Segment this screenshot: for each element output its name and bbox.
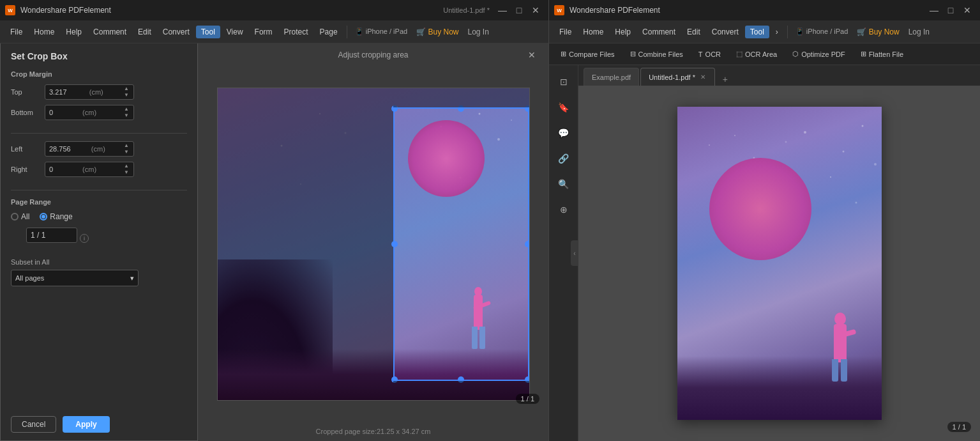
menu-file[interactable]: File bbox=[5, 26, 27, 38]
right-content: ⊡ 🔖 💬 🔗 🔍 ⊕ Example.pdf Untitled-1.pdf *… bbox=[549, 65, 980, 441]
bottom-spin[interactable]: ▲ ▼ bbox=[123, 106, 130, 119]
menu-comment[interactable]: Comment bbox=[88, 26, 132, 38]
subset-value: All pages bbox=[15, 274, 44, 282]
login-left[interactable]: Log In bbox=[464, 26, 493, 38]
combine-label: Combine Files bbox=[638, 50, 683, 58]
bottom-spin-down[interactable]: ▼ bbox=[123, 112, 130, 119]
combine-files-btn[interactable]: ⊟ Combine Files bbox=[624, 48, 690, 60]
login-right[interactable]: Log In bbox=[905, 26, 933, 38]
right-maximize-btn[interactable]: □ bbox=[943, 3, 958, 18]
subset-label: Subset in All bbox=[11, 258, 187, 266]
apply-button[interactable]: Apply bbox=[63, 416, 109, 433]
app-icon-right: W bbox=[554, 5, 564, 15]
right-menu-convert[interactable]: Convert bbox=[707, 26, 744, 38]
left-spin[interactable]: ▲ ▼ bbox=[123, 143, 130, 155]
top-label: Top bbox=[11, 88, 40, 96]
crop-handle-ml[interactable] bbox=[391, 241, 398, 247]
optimize-label: Optimize PDF bbox=[801, 50, 845, 58]
top-spin[interactable]: ▲ ▼ bbox=[123, 86, 130, 98]
ocr-area-btn[interactable]: ⬚ OCR Area bbox=[730, 48, 783, 60]
bottom-spin-up[interactable]: ▲ bbox=[123, 106, 130, 112]
right-spin-down[interactable]: ▼ bbox=[123, 169, 130, 176]
crop-handle-mr[interactable] bbox=[525, 241, 529, 247]
collapse-panels-btn[interactable]: ‹ bbox=[571, 240, 578, 266]
sidebar-search-icon-btn[interactable]: 🔍 bbox=[552, 173, 575, 196]
right-menu-comment[interactable]: Comment bbox=[637, 26, 681, 38]
flatten-icon: ⊞ bbox=[861, 50, 866, 58]
left-input[interactable]: 28.756 (cm) ▲ ▼ bbox=[45, 141, 134, 157]
tab-untitled[interactable]: Untitled-1.pdf * ✕ bbox=[640, 68, 715, 86]
tab-example-label: Example.pdf bbox=[592, 74, 631, 81]
right-input[interactable]: 0 (cm) ▲ ▼ bbox=[45, 162, 134, 177]
menu-edit[interactable]: Edit bbox=[133, 26, 156, 38]
buy-now-right[interactable]: 🛒 Buy Now bbox=[853, 26, 903, 38]
menu-form[interactable]: Form bbox=[250, 26, 278, 38]
compare-files-btn[interactable]: ⊞ Compare Files bbox=[554, 48, 621, 60]
right-value: 0 bbox=[49, 166, 53, 173]
ocr-btn[interactable]: T OCR bbox=[692, 49, 727, 60]
right-minimize-btn[interactable]: — bbox=[926, 3, 942, 18]
right-menu-tool[interactable]: Tool bbox=[745, 26, 769, 38]
top-spin-up[interactable]: ▲ bbox=[123, 86, 130, 92]
crop-dim-left bbox=[218, 88, 393, 400]
crop-margin-label: Crop Margin bbox=[11, 70, 187, 78]
info-icon[interactable]: i bbox=[80, 234, 89, 243]
crop-box[interactable] bbox=[393, 107, 529, 381]
minimize-btn[interactable]: — bbox=[495, 3, 510, 18]
right-spin[interactable]: ▲ ▼ bbox=[123, 163, 130, 176]
right-close-btn[interactable]: ✕ bbox=[960, 3, 975, 18]
right-spin-up[interactable]: ▲ bbox=[123, 163, 130, 169]
page-range-section: Page Range All Range bbox=[11, 198, 187, 258]
crop-preview-area: Adjust cropping area ✕ bbox=[198, 43, 548, 441]
crop-size-text: Cropped page size:21.25 x 34.27 cm bbox=[316, 428, 431, 435]
range-input[interactable]: 1 / 1 bbox=[26, 228, 77, 243]
right-menu-home[interactable]: Home bbox=[578, 26, 608, 38]
right-sep bbox=[787, 26, 788, 38]
bottom-value: 0 bbox=[49, 109, 53, 116]
radio-all[interactable]: All bbox=[11, 212, 29, 221]
sidebar-link-icon-btn[interactable]: 🔗 bbox=[552, 147, 575, 170]
field-row-left: Left 28.756 (cm) ▲ ▼ bbox=[11, 141, 187, 157]
subset-select[interactable]: All pages ▾ bbox=[11, 270, 139, 286]
compare-icon: ⊞ bbox=[561, 50, 566, 58]
menu-view[interactable]: View bbox=[222, 26, 248, 38]
flatten-file-btn[interactable]: ⊞ Flatten File bbox=[854, 48, 910, 60]
left-page-badge: 1 / 1 bbox=[516, 394, 539, 404]
radio-range[interactable]: Range bbox=[40, 212, 72, 221]
top-spin-down[interactable]: ▼ bbox=[123, 92, 130, 98]
left-content-area: Set Crop Box Crop Margin Top 3.217 (cm) … bbox=[0, 43, 548, 441]
menu-page[interactable]: Page bbox=[315, 26, 343, 38]
bottom-input[interactable]: 0 (cm) ▲ ▼ bbox=[45, 105, 134, 120]
left-toolbar: File Home Help Comment Edit Convert Tool… bbox=[0, 20, 548, 43]
right-menu-edit[interactable]: Edit bbox=[682, 26, 705, 38]
menu-convert[interactable]: Convert bbox=[158, 26, 195, 38]
right-menu-help[interactable]: Help bbox=[610, 26, 636, 38]
radio-range-dot bbox=[41, 215, 45, 219]
left-spin-up[interactable]: ▲ bbox=[123, 143, 130, 149]
menu-home[interactable]: Home bbox=[29, 26, 59, 38]
pdf-image-content bbox=[218, 88, 529, 400]
buy-now-left[interactable]: 🛒 Buy Now bbox=[412, 26, 462, 38]
left-spin-down[interactable]: ▼ bbox=[123, 149, 130, 155]
right-menu-file[interactable]: File bbox=[554, 26, 577, 38]
maximize-btn[interactable]: □ bbox=[511, 3, 527, 18]
tab-add-btn[interactable]: + bbox=[719, 73, 732, 86]
optimize-pdf-btn[interactable]: ⬡ Optimize PDF bbox=[786, 48, 851, 60]
right-menu-more[interactable]: › bbox=[771, 26, 783, 38]
top-input[interactable]: 3.217 (cm) ▲ ▼ bbox=[45, 84, 134, 100]
tab-untitled-close[interactable]: ✕ bbox=[699, 74, 707, 81]
menu-help[interactable]: Help bbox=[61, 26, 87, 38]
menu-tool[interactable]: Tool bbox=[196, 26, 220, 38]
right-title-bar: W Wondershare PDFelement — □ ✕ bbox=[549, 0, 980, 20]
sidebar-layers-icon-btn[interactable]: ⊕ bbox=[552, 198, 575, 221]
sidebar-bookmark-icon-btn[interactable]: 🔖 bbox=[552, 96, 575, 119]
tab-example[interactable]: Example.pdf bbox=[584, 68, 639, 86]
radio-all-label: All bbox=[21, 212, 29, 221]
menu-protect[interactable]: Protect bbox=[279, 26, 313, 38]
crop-dim-bottom bbox=[393, 381, 529, 400]
cancel-button[interactable]: Cancel bbox=[11, 416, 56, 433]
preview-close-btn[interactable]: ✕ bbox=[525, 49, 538, 61]
close-btn-left[interactable]: ✕ bbox=[528, 3, 543, 18]
sidebar-compare-icon-btn[interactable]: ⊡ bbox=[552, 70, 575, 93]
sidebar-comment-icon-btn[interactable]: 💬 bbox=[552, 121, 575, 144]
